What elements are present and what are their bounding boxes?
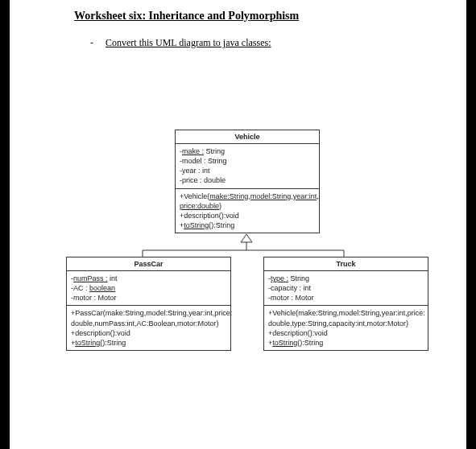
uml-attr: -model : String (180, 156, 315, 166)
uml-class-name: Truck (264, 257, 428, 271)
uml-op: +toString():String (268, 338, 424, 348)
instruction-text: Convert this UML diagram to java classes… (106, 37, 271, 48)
uml-op: +Vehicle(make:String,model:String,year:i… (268, 308, 424, 318)
uml-attr: -motor : Motor (268, 293, 424, 303)
uml-attributes: -make : String -model : String -year : i… (176, 144, 319, 189)
uml-op: double,type:String,capacity:int,motor:Mo… (268, 319, 424, 328)
uml-op: +PassCar(make:String,model:String,year:i… (71, 308, 226, 318)
uml-op: +Vehicle(make:String,model:String,year:i… (180, 192, 315, 201)
uml-class-name: PassCar (67, 257, 230, 271)
uml-class-name: Vehicle (176, 130, 319, 144)
svg-marker-0 (241, 234, 252, 242)
uml-attr: -AC : boolean (71, 283, 226, 293)
uml-attr: -numPass : int (71, 274, 226, 283)
uml-op: +description():void (180, 211, 315, 220)
uml-op: +toString():String (180, 220, 315, 230)
uml-class-vehicle: Vehicle -make : String -model : String -… (175, 130, 320, 233)
uml-attr: -price : double (180, 175, 315, 185)
bullet-dash: - (90, 37, 103, 49)
uml-op: +toString():String (71, 338, 226, 348)
worksheet-title: Worksheet six: Inheritance and Polymorph… (74, 10, 450, 23)
uml-diagram: Vehicle -make : String -model : String -… (26, 130, 450, 371)
uml-operations: +PassCar(make:String,model:String,year:i… (67, 306, 230, 350)
uml-attr: -make : String (180, 146, 315, 156)
uml-class-truck: Truck -type : String -capacity : int -mo… (263, 257, 428, 351)
instruction-row: - Convert this UML diagram to java class… (90, 37, 450, 49)
uml-attr: -year : int (180, 166, 315, 175)
uml-attributes: -numPass : int -AC : boolean -motor : Mo… (67, 271, 230, 306)
uml-attr: -capacity : int (268, 283, 424, 293)
uml-op: price:double) (180, 201, 315, 211)
uml-class-passcar: PassCar -numPass : int -AC : boolean -mo… (66, 257, 231, 351)
uml-op: +description():void (268, 328, 424, 338)
uml-attr: -motor : Motor (71, 293, 226, 303)
document-page: Worksheet six: Inheritance and Polymorph… (10, 0, 466, 449)
uml-operations: +Vehicle(make:String,model:String,year:i… (264, 306, 428, 350)
uml-attributes: -type : String -capacity : int -motor : … (264, 271, 428, 306)
uml-attr: -type : String (268, 274, 424, 283)
uml-operations: +Vehicle(make:String,model:String,year:i… (176, 189, 319, 233)
uml-op: +description():void (71, 328, 226, 338)
uml-op: double,numPass:int,AC:Boolean,motor:Moto… (71, 319, 226, 328)
